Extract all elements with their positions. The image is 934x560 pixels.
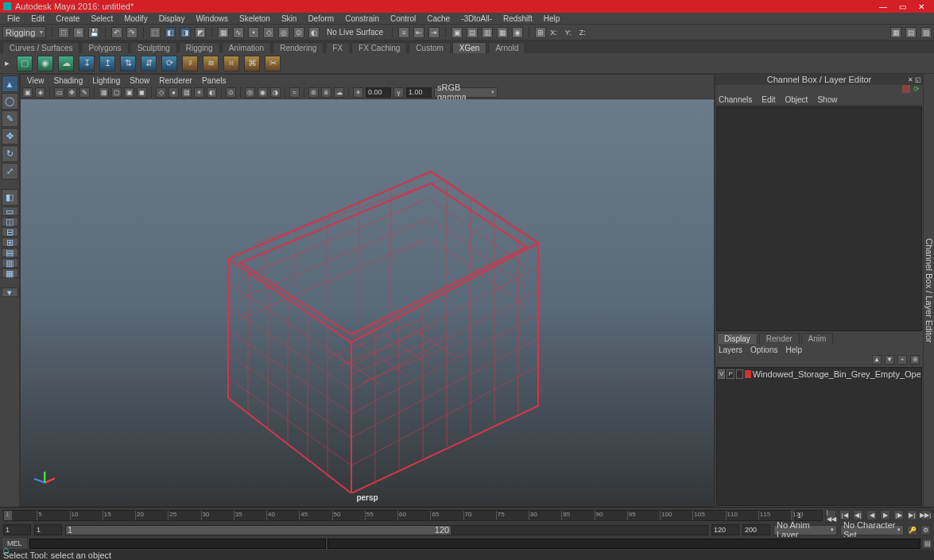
xray-icon[interactable]: ◎ xyxy=(245,87,255,98)
range-handle[interactable]: 1120 xyxy=(66,526,451,535)
shelf-icon-1[interactable]: ▢ xyxy=(17,56,33,71)
layer-move-up-icon[interactable]: ▲ xyxy=(872,355,882,365)
prefs-icon[interactable]: ⚙ xyxy=(920,525,931,535)
layer-tab-anim[interactable]: Anim xyxy=(801,333,834,344)
snap-live-icon[interactable]: ◎ xyxy=(278,27,289,38)
shelf-menu-icon[interactable]: ▸ xyxy=(2,58,12,68)
redo-icon[interactable]: ↷ xyxy=(126,27,138,38)
bookmark-icon[interactable]: ◈ xyxy=(35,87,45,98)
resolution-gate-icon[interactable]: ▣ xyxy=(124,87,134,98)
right-side-tabs[interactable]: Channel Box / Layer Editor xyxy=(923,74,934,507)
channel-sync-icon[interactable]: ⟳ xyxy=(913,85,920,95)
shelf-tab-arnold[interactable]: Arnold xyxy=(488,42,525,53)
select-mode-icon[interactable]: ⬚ xyxy=(149,27,161,38)
menu-skin[interactable]: Skin xyxy=(276,14,302,23)
input-icon[interactable]: ⇤ xyxy=(413,27,424,38)
color-space-dropdown[interactable]: sRGB gamma xyxy=(434,87,498,98)
maya-home-icon[interactable]: ⌂ xyxy=(2,543,17,558)
render-view-icon[interactable]: ▦ xyxy=(497,27,508,38)
layer-visibility-toggle[interactable]: V xyxy=(718,369,725,379)
ao-icon[interactable]: ◑ xyxy=(270,87,281,98)
range-slider[interactable]: 1120 xyxy=(65,525,708,535)
panel-layout-3-icon[interactable]: ▧ xyxy=(920,27,932,38)
open-scene-icon[interactable]: ⎘ xyxy=(73,27,84,38)
shelf-icon-2[interactable]: ◉ xyxy=(37,56,53,71)
panel-menu-show[interactable]: Show xyxy=(125,76,154,85)
range-start-outer-field[interactable]: 1 xyxy=(3,524,31,535)
snap-plane-icon[interactable]: ◇ xyxy=(263,27,274,38)
move-tool-icon[interactable]: ✥ xyxy=(2,128,18,145)
layer-row[interactable]: V P Windowed_Storage_Bin_Grey_Empty_Open… xyxy=(718,369,920,380)
menu-file[interactable]: File xyxy=(2,14,25,23)
close-button[interactable]: ✕ xyxy=(912,2,931,11)
snap-curve-icon[interactable]: ∿ xyxy=(233,27,244,38)
channel-menu-channels[interactable]: Channels xyxy=(719,95,752,104)
shelf-icon-12[interactable]: ⌘ xyxy=(244,56,260,71)
scale-tool-icon[interactable]: ⤢ xyxy=(2,163,18,180)
wireframe-icon[interactable]: ◇ xyxy=(156,87,166,98)
menu-modify[interactable]: Modify xyxy=(118,14,153,23)
panel-menu-lighting[interactable]: Lighting xyxy=(87,76,125,85)
layout-4-icon[interactable]: ⊞ xyxy=(2,238,18,247)
camera-select-icon[interactable]: ▣ xyxy=(22,87,33,98)
shelf-icon-7[interactable]: ⇵ xyxy=(141,56,157,71)
go-end-icon[interactable]: ▶▶| xyxy=(920,510,931,520)
multisample-icon[interactable]: ※ xyxy=(321,87,331,98)
range-start-inner-field[interactable]: 1 xyxy=(34,524,62,535)
layer-move-down-icon[interactable]: ▼ xyxy=(885,355,894,365)
hypershade-icon[interactable]: ◉ xyxy=(512,27,523,38)
range-end-inner-field[interactable]: 120 xyxy=(711,524,739,535)
shelf-tab-fx[interactable]: FX xyxy=(325,42,350,53)
image-plane-icon[interactable]: ▭ xyxy=(54,87,64,98)
layer-list[interactable]: V P Windowed_Storage_Bin_Grey_Empty_Open… xyxy=(716,367,922,506)
auto-key-icon[interactable]: 🔑 xyxy=(907,525,917,535)
panel-layout-2-icon[interactable]: ▤ xyxy=(905,27,917,38)
ipr-render-icon[interactable]: ▤ xyxy=(467,27,478,38)
menu-cache[interactable]: Cache xyxy=(421,14,455,23)
menu-create[interactable]: Create xyxy=(50,14,85,23)
play-back-icon[interactable]: ◀ xyxy=(866,510,877,520)
render-frame-icon[interactable]: ▣ xyxy=(451,27,463,38)
side-tab-channel-box[interactable]: Channel Box / Layer Editor xyxy=(924,234,934,347)
step-forward-icon[interactable]: |▶ xyxy=(893,510,904,520)
menu-windows[interactable]: Windows xyxy=(190,14,234,23)
select-tool-icon[interactable]: ▲ xyxy=(2,75,18,92)
xyz-toggle-icon[interactable]: ⊞ xyxy=(535,27,546,38)
make-live-icon[interactable]: ◐ xyxy=(308,27,320,38)
character-set-dropdown[interactable]: No Character Set xyxy=(840,525,904,535)
grease-pencil-icon[interactable]: ✎ xyxy=(79,87,90,98)
shelf-tab-rendering[interactable]: Rendering xyxy=(273,42,324,53)
layer-tab-render[interactable]: Render xyxy=(759,333,800,344)
shelf-tab-custom[interactable]: Custom xyxy=(409,42,450,53)
construction-history-icon[interactable]: ≡ xyxy=(398,27,409,38)
shelf-tab-animation[interactable]: Animation xyxy=(222,42,271,53)
snap-grid-icon[interactable]: ▦ xyxy=(218,27,229,38)
channel-menu-edit[interactable]: Edit xyxy=(762,95,775,104)
panel-close-icon[interactable]: ✕ xyxy=(908,75,913,86)
shelf-tab-xgen[interactable]: XGen xyxy=(452,42,487,53)
select-component-icon[interactable]: ◩ xyxy=(195,27,206,38)
select-object-icon[interactable]: ◨ xyxy=(180,27,191,38)
snap-point-icon[interactable]: • xyxy=(248,27,259,38)
shelf-icon-9[interactable]: ♯ xyxy=(182,56,198,71)
grid-icon[interactable]: ▦ xyxy=(99,87,109,98)
panel-menu-shading[interactable]: Shading xyxy=(49,76,88,85)
menu-select[interactable]: Select xyxy=(85,14,118,23)
shelf-icon-6[interactable]: ⇅ xyxy=(120,56,136,71)
rotate-tool-icon[interactable]: ↻ xyxy=(2,145,18,162)
shelf-icon-8[interactable]: ⟳ xyxy=(161,56,177,71)
lasso-tool-icon[interactable]: ◯ xyxy=(2,93,18,110)
shelf-tab-curvessurfaces[interactable]: Curves / Surfaces xyxy=(2,42,79,53)
render-settings-icon[interactable]: ▥ xyxy=(482,27,493,38)
layer-tab-display[interactable]: Display xyxy=(717,333,758,344)
snap-view-icon[interactable]: ⊙ xyxy=(293,27,304,38)
shadows-icon[interactable]: ◐ xyxy=(207,87,217,98)
layer-display-type-toggle[interactable] xyxy=(736,369,743,379)
hardware-fog-icon[interactable]: ☁ xyxy=(334,87,344,98)
layer-playback-toggle[interactable]: P xyxy=(727,369,734,379)
menu-3dtoall[interactable]: -3DtoAll- xyxy=(455,14,498,23)
channel-color-icon[interactable] xyxy=(902,85,910,93)
shelf-icon-10[interactable]: ≋ xyxy=(203,56,219,71)
shelf-icon-11[interactable]: ⌗ xyxy=(223,56,239,71)
select-hierarchy-icon[interactable]: ◧ xyxy=(165,27,176,38)
